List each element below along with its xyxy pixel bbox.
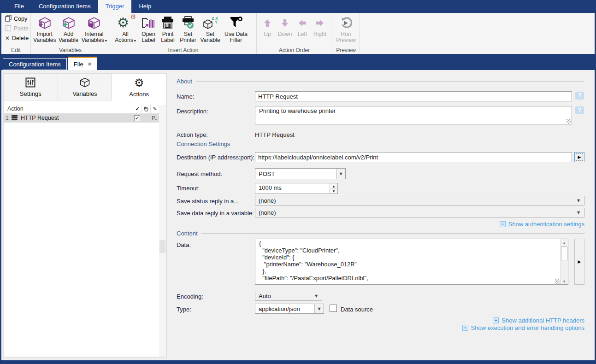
scrollbar-thumb[interactable] — [561, 247, 567, 260]
destination-input[interactable] — [255, 152, 572, 162]
import-variables-button[interactable]: Import Variables — [33, 14, 57, 43]
spin-down-icon[interactable]: ▼ — [330, 189, 337, 194]
delete-button[interactable]: ✕ Delete — [3, 34, 29, 42]
group-label-preview: Preview — [332, 47, 360, 53]
ribbon-group-variables: Import Variables Add Variable Internal V… — [31, 13, 110, 54]
set-printer-button[interactable]: Set Printer — [177, 14, 199, 43]
close-tab-icon[interactable]: ✕ — [88, 61, 92, 67]
scroll-up-icon[interactable]: ▲ — [561, 239, 568, 246]
show-additional-http-headers-link[interactable]: + Show additional HTTP headers — [493, 317, 584, 324]
arrow-down-icon — [280, 15, 289, 31]
resize-grip-icon[interactable] — [555, 279, 560, 284]
internal-variables-button[interactable]: Internal Variables▾ — [81, 14, 108, 44]
menu-configuration-items[interactable]: Configuration Items — [31, 0, 98, 13]
description-field: Printing to warehouse printer — [255, 106, 572, 124]
type-dropdown[interactable]: application/json ▼ — [255, 304, 324, 314]
paste-icon — [5, 24, 12, 33]
dropdown-arrow-icon: ▼ — [573, 196, 584, 205]
scroll-down-icon[interactable]: ▼ — [561, 278, 568, 284]
type-label: Type: — [177, 306, 191, 313]
app-window: File Configuration Items Trigger Help Co… — [0, 0, 596, 364]
destination-data-source-button[interactable]: ▶ — [574, 152, 584, 162]
set-printer-icon — [181, 15, 195, 31]
name-help-icon[interactable]: ? — [575, 92, 584, 100]
action-execution-cell: P.. — [152, 115, 157, 121]
ribbon-menubar: File Configuration Items Trigger Help — [1, 0, 595, 13]
action-list-scrollbar[interactable] — [159, 105, 166, 357]
paste-button[interactable]: Paste — [3, 24, 29, 33]
all-actions-button[interactable]: ⚙⚙ All Actions▾ — [112, 14, 139, 44]
svg-text:Y: Y — [215, 20, 218, 24]
move-left-button[interactable]: Left — [294, 14, 311, 37]
data-source-checkbox[interactable] — [330, 305, 337, 312]
move-right-button[interactable]: Right — [311, 14, 329, 37]
dropdown-caret-icon: ▾ — [105, 39, 107, 43]
data-label: Data: — [177, 241, 191, 248]
settings-sliders-icon — [25, 76, 35, 88]
action-type-value: HTTP Request — [255, 131, 295, 138]
ribbon-group-action-order: Up Down Left Right Action Order — [257, 13, 332, 54]
dropdown-arrow-icon: ▼ — [314, 304, 324, 313]
resize-grip-icon[interactable] — [566, 119, 571, 123]
delete-icon: ✕ — [5, 35, 10, 41]
open-label-button[interactable]: Open Label — [139, 14, 158, 43]
use-data-filter-icon — [229, 15, 243, 31]
save-status-reply-label: Save status reply in a... — [177, 198, 239, 205]
tab-actions[interactable]: ⚙ Actions — [112, 74, 166, 100]
menu-file[interactable]: File — [7, 0, 31, 13]
request-method-dropdown[interactable]: POST ▼ — [255, 168, 346, 179]
ribbon-group-insert-action: ⚙⚙ All Actions▾ Open Label Print Label — [110, 13, 257, 54]
open-label-icon — [142, 15, 155, 31]
group-label-action-order: Action Order — [257, 47, 332, 53]
tab-configuration-items[interactable]: Configuration Items — [3, 58, 67, 70]
tab-variables[interactable]: Variables — [58, 74, 112, 100]
move-down-button[interactable]: Down — [276, 14, 294, 37]
data-field: { "deviceType": "CloudPrinter", "deviceI… — [255, 239, 568, 285]
window-border-bottom — [0, 360, 596, 364]
section-about: About — [177, 78, 584, 85]
name-label: Name: — [177, 93, 194, 100]
add-variable-button[interactable]: Add Variable — [57, 14, 81, 43]
spin-up-icon[interactable]: ▲ — [330, 183, 337, 189]
use-data-filter-button[interactable]: Use Data Filter — [222, 14, 250, 43]
add-variable-icon — [62, 15, 76, 31]
print-label-button[interactable]: Print Label — [158, 14, 177, 43]
encoding-dropdown[interactable]: Auto ▼ — [255, 291, 322, 301]
action-list-header: Action ✔ ✎ — [4, 104, 166, 113]
save-data-reply-dropdown[interactable]: (none) ▼ — [255, 208, 584, 217]
internal-variables-icon — [87, 15, 101, 31]
timeout-label: Timeout: — [177, 185, 200, 192]
request-method-label: Request method: — [177, 170, 222, 177]
timeout-spinner[interactable]: 1000 ms ▲ ▼ — [255, 183, 338, 194]
set-variable-button[interactable]: Z XY Set Variable — [199, 14, 222, 43]
data-source-checkbox-label: Data source — [341, 306, 373, 313]
group-label-edit: Edit — [1, 47, 30, 53]
name-input[interactable] — [255, 91, 572, 101]
menu-trigger[interactable]: Trigger — [98, 0, 132, 13]
scrollbar-thumb[interactable] — [159, 240, 165, 253]
run-preview-icon — [340, 15, 352, 31]
dropdown-arrow-icon: ▼ — [573, 208, 584, 217]
data-textarea[interactable]: { "deviceType": "CloudPrinter", "deviceI… — [255, 239, 560, 284]
action-row-number: 1 — [4, 115, 10, 121]
action-enabled-checkbox[interactable]: ✔ — [134, 115, 140, 121]
ribbon-group-edit: Copy Paste ✕ Delete Edit — [1, 13, 31, 54]
action-column-header: Action — [4, 106, 133, 112]
ribbon: Copy Paste ✕ Delete Edit Import Variable… — [1, 13, 595, 54]
tab-settings[interactable]: Settings — [4, 74, 58, 100]
dropdown-caret-icon: ▾ — [134, 39, 136, 43]
show-authentication-settings-link[interactable]: + Show authentication settings — [500, 221, 585, 228]
copy-button[interactable]: Copy — [3, 14, 29, 23]
description-help-icon[interactable]: ? — [575, 106, 584, 114]
arrow-left-icon — [294, 18, 311, 28]
data-scrollbar[interactable]: ▲ ▼ — [560, 239, 568, 284]
move-up-button[interactable]: Up — [259, 14, 276, 37]
data-source-arrow-button[interactable]: ▶ — [574, 239, 584, 285]
show-execution-options-link[interactable]: + Show execution and error handling opti… — [462, 324, 584, 331]
run-preview-button[interactable]: Run Preview — [334, 14, 358, 43]
tab-file[interactable]: File ✕ — [68, 57, 97, 70]
description-textarea[interactable]: Printing to warehouse printer — [255, 106, 572, 124]
menu-help[interactable]: Help — [131, 0, 159, 13]
action-row-http-request[interactable]: 1 HTTP Request ✔ P.. — [4, 113, 166, 123]
save-status-reply-dropdown[interactable]: (none) ▼ — [255, 196, 584, 205]
